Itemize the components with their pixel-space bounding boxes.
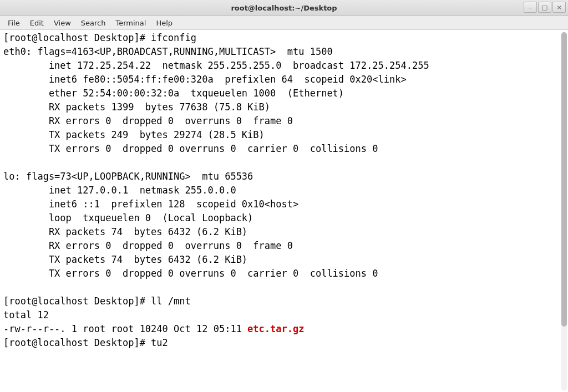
ifconfig-eth0-ether: ether 52:54:00:00:32:0a txqueuelen 1000 … <box>3 88 344 99</box>
ifconfig-lo-inet: inet 127.0.0.1 netmask 255.0.0.0 <box>3 185 236 196</box>
window-title: root@localhost:~/Desktop <box>0 4 568 12</box>
ifconfig-eth0-inet6: inet6 fe80::5054:ff:fe00:320a prefixlen … <box>3 74 407 85</box>
ll-total: total 12 <box>3 309 49 320</box>
ifconfig-lo-inet6: inet6 ::1 prefixlen 128 scopeid 0x10<hos… <box>3 198 298 210</box>
window-buttons: – □ × <box>524 2 566 13</box>
scrollbar-thumb[interactable] <box>561 32 567 327</box>
ifconfig-eth0-tx-errors: TX errors 0 dropped 0 overruns 0 carrier… <box>3 143 378 154</box>
ll-row-filename: etc.tar.gz <box>247 323 304 334</box>
menubar: File Edit View Search Terminal Help <box>0 16 568 30</box>
command-current: tu2 <box>151 337 168 348</box>
ifconfig-lo-rx-errors: RX errors 0 dropped 0 overruns 0 frame 0 <box>3 240 293 251</box>
ifconfig-lo-tx-packets: TX packets 74 bytes 6432 (6.2 KiB) <box>3 254 247 265</box>
ifconfig-eth0-tx-packets: TX packets 249 bytes 29274 (28.5 KiB) <box>3 129 265 140</box>
close-icon: × <box>556 4 561 11</box>
menu-help[interactable]: Help <box>151 18 177 28</box>
ifconfig-lo-header: lo: flags=73<UP,LOOPBACK,RUNNING> mtu 65… <box>3 171 253 182</box>
maximize-button[interactable]: □ <box>538 2 551 13</box>
ifconfig-eth0-rx-packets: RX packets 1399 bytes 77638 (75.8 KiB) <box>3 101 270 113</box>
ifconfig-lo-rx-packets: RX packets 74 bytes 6432 (6.2 KiB) <box>3 226 247 237</box>
prompt: [root@localhost Desktop]# <box>3 32 151 43</box>
ifconfig-eth0-header: eth0: flags=4163<UP,BROADCAST,RUNNING,MU… <box>3 46 333 57</box>
terminal-area[interactable]: [root@localhost Desktop]# ifconfig eth0:… <box>0 30 568 392</box>
minimize-icon: – <box>529 4 532 11</box>
menu-view[interactable]: View <box>49 18 75 28</box>
titlebar: root@localhost:~/Desktop – □ × <box>0 0 568 16</box>
ifconfig-eth0-rx-errors: RX errors 0 dropped 0 overruns 0 frame 0 <box>3 115 293 126</box>
menu-search[interactable]: Search <box>77 18 110 28</box>
scrollbar-vertical[interactable] <box>561 32 567 391</box>
terminal-output: [root@localhost Desktop]# ifconfig eth0:… <box>0 30 568 350</box>
close-button[interactable]: × <box>552 2 566 13</box>
command-ifconfig: ifconfig <box>151 32 196 43</box>
prompt: [root@localhost Desktop]# <box>3 337 151 348</box>
menu-terminal[interactable]: Terminal <box>111 18 150 28</box>
menu-file[interactable]: File <box>3 18 24 28</box>
ifconfig-lo-tx-errors: TX errors 0 dropped 0 overruns 0 carrier… <box>3 268 378 279</box>
maximize-icon: □ <box>542 4 547 11</box>
menu-edit[interactable]: Edit <box>26 18 48 28</box>
ll-row-prefix: -rw-r--r--. 1 root root 10240 Oct 12 05:… <box>3 323 247 334</box>
ifconfig-eth0-inet: inet 172.25.254.22 netmask 255.255.255.0… <box>3 60 429 71</box>
ifconfig-lo-loop: loop txqueuelen 0 (Local Loopback) <box>3 212 253 223</box>
prompt: [root@localhost Desktop]# <box>3 296 151 307</box>
minimize-button[interactable]: – <box>524 2 537 13</box>
command-ll: ll /mnt <box>151 296 191 307</box>
